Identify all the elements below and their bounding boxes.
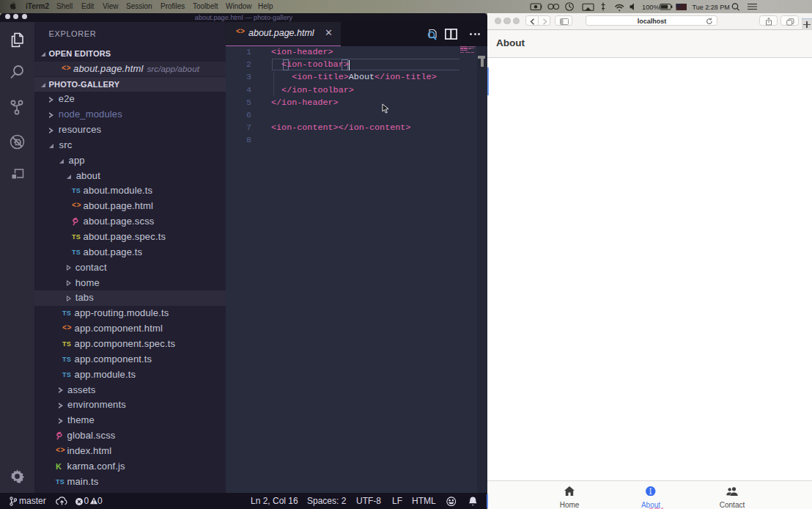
svg-text:100%: 100%: [642, 4, 660, 11]
svg-text:Tue 2:28 PM: Tue 2:28 PM: [693, 4, 730, 11]
